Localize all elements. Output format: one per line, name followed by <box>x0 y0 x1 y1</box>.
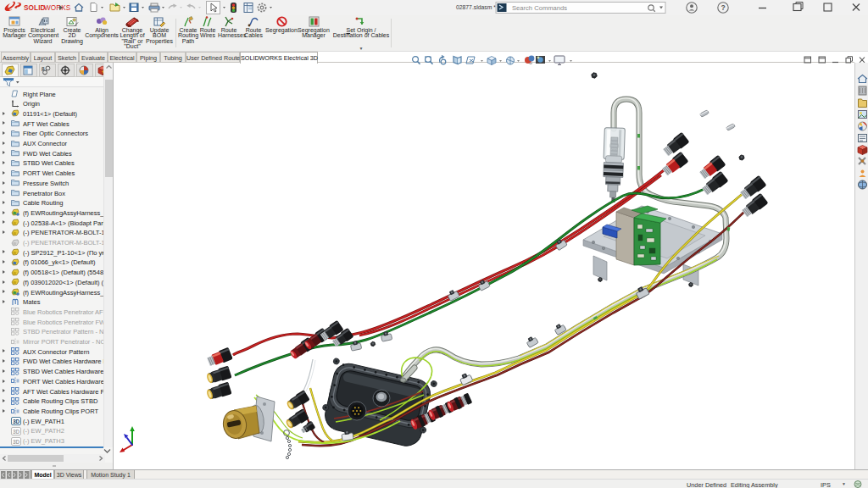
svg-text:?: ? <box>721 3 726 12</box>
svg-text:3D: 3D <box>13 419 20 424</box>
svg-text:Search Commands: Search Commands <box>512 4 567 12</box>
svg-text:3D: 3D <box>13 438 20 444</box>
svg-text:02877.sldasm *: 02877.sldasm * <box>456 4 496 10</box>
svg-text:3D: 3D <box>13 428 20 434</box>
svg-text:SOLID: SOLID <box>24 4 46 12</box>
svg-text:WORKS: WORKS <box>44 4 71 12</box>
